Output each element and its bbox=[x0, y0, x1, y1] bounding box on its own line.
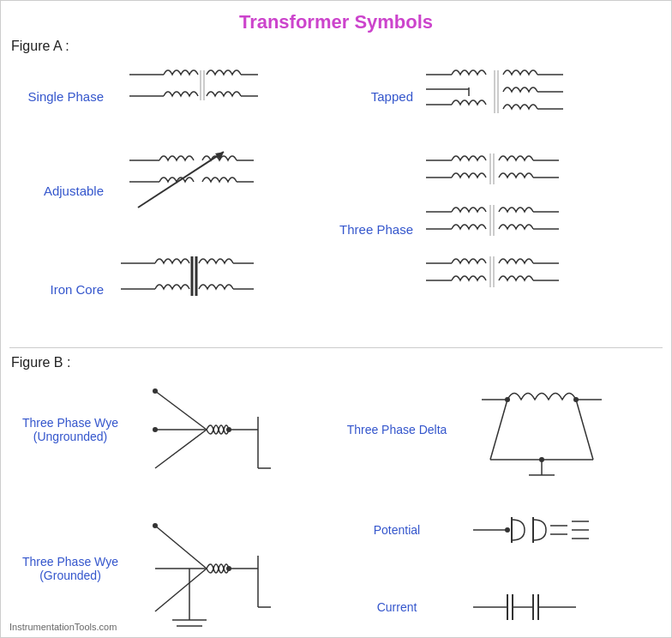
figure-b-section: Three Phase Wye (Ungrounded) bbox=[1, 374, 671, 638]
tapped-item: Tapped bbox=[336, 57, 663, 135]
three-phase-delta-item: Three Phase Delta bbox=[336, 374, 663, 485]
tapped-label: Tapped bbox=[336, 89, 422, 104]
svg-point-48 bbox=[153, 388, 158, 394]
svg-line-66 bbox=[155, 569, 207, 611]
three-phase-wye-ung-label: Three Phase Wye (Ungrounded) bbox=[9, 416, 138, 443]
iron-core-item: Iron Core bbox=[9, 246, 336, 332]
iron-core-symbol bbox=[112, 246, 267, 332]
iron-core-label: Iron Core bbox=[9, 282, 112, 297]
three-phase-wye-ung-symbol bbox=[138, 374, 292, 485]
potential-symbol bbox=[465, 504, 602, 556]
right-panel: Tapped bbox=[336, 57, 663, 340]
three-phase-wye-ung-item: Three Phase Wye (Ungrounded) bbox=[9, 374, 336, 485]
page-title: Transformer Symbols bbox=[1, 1, 671, 39]
three-phase-delta-label: Three Phase Delta bbox=[336, 423, 465, 436]
potential-item: Potential bbox=[336, 504, 602, 556]
single-phase-symbol bbox=[112, 57, 267, 135]
current-symbol bbox=[465, 581, 602, 633]
watermark: InstrumentationTools.com bbox=[9, 622, 117, 632]
three-phase-label: Three Phase bbox=[336, 222, 422, 237]
left-panel: Single Phase Adjustable bbox=[9, 57, 336, 340]
svg-point-49 bbox=[153, 427, 158, 432]
svg-line-47 bbox=[155, 430, 207, 468]
svg-line-45 bbox=[155, 391, 207, 430]
svg-line-64 bbox=[155, 526, 207, 569]
single-phase-label: Single Phase bbox=[9, 89, 112, 104]
three-phase-wye-g-symbol bbox=[138, 509, 292, 629]
figure-a-section: Single Phase Adjustable bbox=[1, 57, 671, 340]
three-phase-delta-symbol bbox=[465, 374, 627, 485]
tapped-symbol bbox=[422, 57, 610, 135]
three-phase-item: Three Phase bbox=[336, 143, 663, 315]
adjustable-label: Adjustable bbox=[9, 184, 112, 198]
adjustable-item: Adjustable bbox=[9, 143, 336, 238]
figure-a-label: Figure A : bbox=[11, 39, 671, 54]
potential-label: Potential bbox=[336, 523, 465, 537]
section-divider bbox=[9, 347, 663, 348]
figure-b-grid: Three Phase Wye (Ungrounded) bbox=[9, 374, 663, 638]
adjustable-symbol bbox=[112, 143, 267, 238]
svg-line-55 bbox=[576, 400, 593, 460]
svg-point-70 bbox=[153, 523, 158, 528]
svg-point-76 bbox=[505, 527, 510, 533]
potential-current-item: Potential bbox=[336, 504, 663, 633]
three-phase-symbol bbox=[422, 143, 610, 315]
single-phase-item: Single Phase bbox=[9, 57, 336, 135]
current-label: Current bbox=[336, 600, 465, 614]
three-phase-wye-g-label: Three Phase Wye (Grounded) bbox=[9, 555, 138, 582]
three-phase-wye-g-item: Three Phase Wye (Grounded) bbox=[9, 504, 336, 633]
current-item: Current bbox=[336, 581, 602, 633]
figure-b-label: Figure B : bbox=[11, 355, 671, 370]
svg-line-54 bbox=[490, 400, 507, 460]
